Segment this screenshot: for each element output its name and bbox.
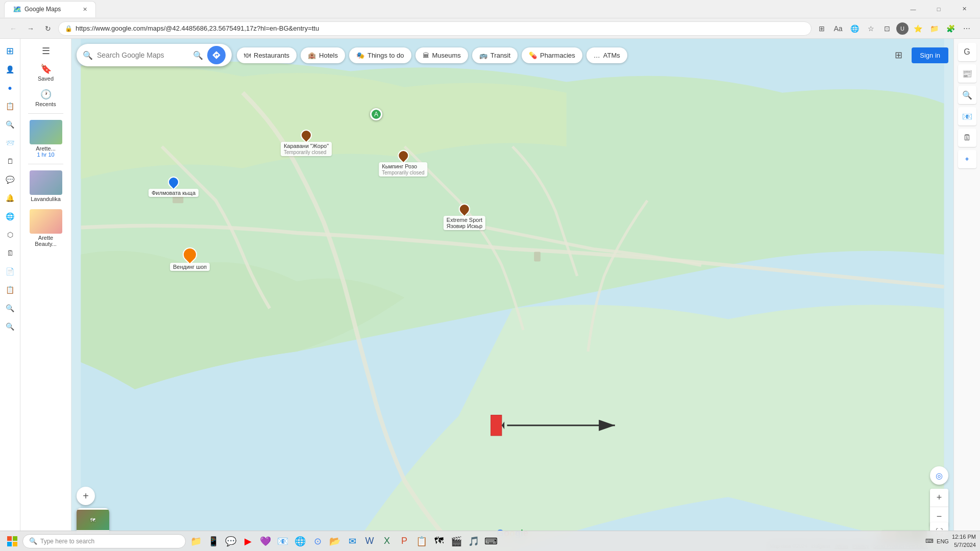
windows-panel-icon-2[interactable]: 👤	[2, 61, 18, 78]
bookmark-button[interactable]: ☆	[864, 21, 878, 36]
address-bar[interactable]: 🔒 https://www.google.com/maps/@42.448568…	[58, 21, 812, 36]
browser-translate-button[interactable]: 🌐	[847, 21, 862, 36]
maximize-button[interactable]: □	[927, 1, 950, 17]
taskbar-icon-powerpoint[interactable]: P	[396, 533, 412, 549]
add-place-button[interactable]: +	[77, 487, 95, 505]
filter-hotels[interactable]: 🏨 Hotels	[301, 47, 345, 63]
taskbar-icon-file-explorer[interactable]: 📁	[188, 533, 204, 549]
windows-panel-icon-5[interactable]: 🔍	[2, 116, 18, 133]
start-button[interactable]	[4, 533, 20, 549]
taskbar-icon-purple-heart[interactable]: 💜	[257, 533, 274, 549]
split-screen-button[interactable]: ⊡	[880, 21, 894, 36]
google-sidebar-icon-4[interactable]: 📧	[958, 107, 976, 126]
filter-museums[interactable]: 🏛 Museums	[415, 47, 468, 63]
taskbar-icon-whatsapp[interactable]: 💬	[223, 533, 239, 549]
google-apps-button[interactable]: ⊞	[889, 46, 908, 64]
search-submit-button[interactable]: 🔍	[193, 51, 203, 60]
taskbar-icon-keyboard[interactable]: ⌨	[483, 533, 499, 549]
windows-panel-icon-1[interactable]: ⊞	[2, 43, 18, 59]
google-sidebar-icon-2[interactable]: 📰	[958, 64, 976, 83]
taskbar-icon-files[interactable]: 📂	[327, 533, 343, 549]
taskbar-icon-viber[interactable]: 📱	[205, 533, 222, 549]
minimize-button[interactable]: —	[901, 1, 925, 17]
windows-panel-icon-9[interactable]: 🔔	[2, 190, 18, 206]
sidebar-separator-1	[28, 113, 63, 114]
windows-panel-icon-16[interactable]: 🔍	[2, 318, 18, 335]
browser-extensions-button[interactable]: 🧩	[943, 21, 958, 36]
map-container[interactable]: 🔍 🔍 🍽 Restaurants 🏨 Hotels	[71, 39, 953, 551]
refresh-button[interactable]: ↻	[41, 21, 55, 36]
windows-panel-icon-8[interactable]: 💬	[2, 171, 18, 188]
map-background	[71, 39, 953, 551]
filter-restaurants[interactable]: 🍽 Restaurants	[237, 47, 297, 63]
tab-close-icon[interactable]: ✕	[83, 6, 87, 13]
map-pin-green[interactable]: A	[370, 108, 382, 120]
sidebar-item-arette[interactable]: Arette... 1 hr 10	[23, 117, 69, 161]
zoom-in-button[interactable]: +	[930, 489, 948, 507]
taskbar-icon-outlook[interactable]: 📧	[275, 533, 291, 549]
windows-panel-icon-11[interactable]: ⬡	[2, 227, 18, 243]
windows-panel-icon-3[interactable]: ●	[2, 80, 18, 96]
sidebar-item-saved[interactable]: 🔖 Saved	[23, 60, 69, 85]
profile-button[interactable]: U	[896, 22, 909, 35]
taskbar-icon-edge[interactable]: 🌐	[292, 533, 308, 549]
google-sidebar-icon-3[interactable]: 🔍	[958, 86, 976, 104]
location-button[interactable]: ◎	[930, 466, 948, 485]
browser-menu-button[interactable]: ⋯	[960, 21, 974, 36]
taskbar-icon-word[interactable]: W	[361, 533, 378, 549]
sidebar-item-arette-beauty[interactable]: AretteBeauty...	[23, 206, 69, 250]
taskbar-icon-mail[interactable]: ✉	[344, 533, 360, 549]
filter-atms[interactable]: … ATMs	[586, 47, 627, 63]
close-button[interactable]: ✕	[952, 1, 976, 17]
taskbar-search-box[interactable]: 🔍 Type here to search	[22, 534, 186, 548]
forward-button[interactable]: →	[23, 21, 38, 36]
taskbar-icon-excel[interactable]: X	[379, 533, 395, 549]
windows-panel-icon-13[interactable]: 📄	[2, 263, 18, 280]
sidebar-item-recents[interactable]: 🕐 Recents	[23, 86, 69, 110]
taskbar-icon-vlc[interactable]: 🎬	[448, 533, 464, 549]
collections-button[interactable]: 📁	[927, 21, 941, 36]
search-box[interactable]: 🔍 🔍	[77, 44, 232, 66]
directions-button[interactable]	[207, 46, 226, 64]
map-pin-filmova[interactable]: Филмовата кьща	[149, 177, 199, 197]
map-pin-karavani[interactable]: Каравани "Жоро"Temporarily closed	[281, 130, 332, 156]
favorites-button[interactable]: ⭐	[911, 21, 925, 36]
taskbar-icon-spotify[interactable]: 🎵	[465, 533, 482, 549]
windows-panel-icon-4[interactable]: 📋	[2, 98, 18, 114]
windows-panel-icon-7[interactable]: 🗒	[2, 153, 18, 169]
map-pin-extreme[interactable]: Extreme SportЯзовир Искьр	[444, 204, 485, 230]
active-tab[interactable]: 🗺️ Google Maps ✕	[4, 1, 96, 17]
windows-taskbar: 🔍 Type here to search 📁 📱 💬 ▶ 💜 📧 🌐 ⊙ 📂 …	[0, 531, 980, 551]
recents-label: Recents	[35, 101, 56, 107]
svg-rect-9	[13, 542, 17, 546]
lavandulika-thumbnail	[30, 170, 62, 195]
map-pin-camping[interactable]: Кьмпинг РозоTemporarily closed	[379, 150, 427, 177]
taskbar-icon-atlas[interactable]: 🗺	[431, 533, 447, 549]
url-text: https://www.google.com/maps/@42.4485686,…	[76, 24, 319, 32]
filter-transit[interactable]: 🚌 Transit	[472, 47, 518, 63]
windows-panel-icon-14[interactable]: 📋	[2, 282, 18, 298]
windows-panel-icon-12[interactable]: 🗓	[2, 245, 18, 261]
google-sidebar-icon-5[interactable]: 🗓	[958, 129, 976, 147]
browser-toolbar-icons: ⊞ Aa 🌐 ☆ ⊡ U ⭐ 📁 🧩 ⋯	[815, 21, 974, 36]
windows-panel-icon-15[interactable]: 🔍	[2, 300, 18, 316]
map-pin-vending[interactable]: Вендинг шоп	[170, 247, 210, 271]
taskbar-icon-chrome[interactable]: ⊙	[309, 533, 326, 549]
sidebar-item-lavandulika[interactable]: Lavandulika	[23, 167, 69, 205]
sidebar-hamburger-button[interactable]: ☰	[38, 43, 54, 59]
windows-panel-icon-10[interactable]: 🌐	[2, 208, 18, 224]
reader-mode-button[interactable]: Aa	[831, 21, 845, 36]
browser-tab-search-button[interactable]: ⊞	[815, 21, 829, 36]
taskbar-icon-app1[interactable]: 📋	[413, 533, 430, 549]
windows-panel-icon-6[interactable]: 📨	[2, 135, 18, 151]
filter-pills: 🍽 Restaurants 🏨 Hotels 🎭 Things to do 🏛 …	[237, 47, 627, 63]
filter-pharmacies[interactable]: 💊 Pharmacies	[522, 47, 582, 63]
sign-in-button[interactable]: Sign in	[912, 47, 948, 63]
taskbar-clock: 12:16 PM	[952, 533, 976, 541]
back-button[interactable]: ←	[6, 21, 20, 36]
taskbar-icon-youtube[interactable]: ▶	[240, 533, 256, 549]
google-sidebar-icon-1[interactable]: G	[958, 43, 976, 61]
search-input[interactable]	[97, 51, 189, 59]
filter-things-to-do[interactable]: 🎭 Things to do	[349, 47, 411, 63]
google-sidebar-icon-6[interactable]: +	[958, 150, 976, 168]
